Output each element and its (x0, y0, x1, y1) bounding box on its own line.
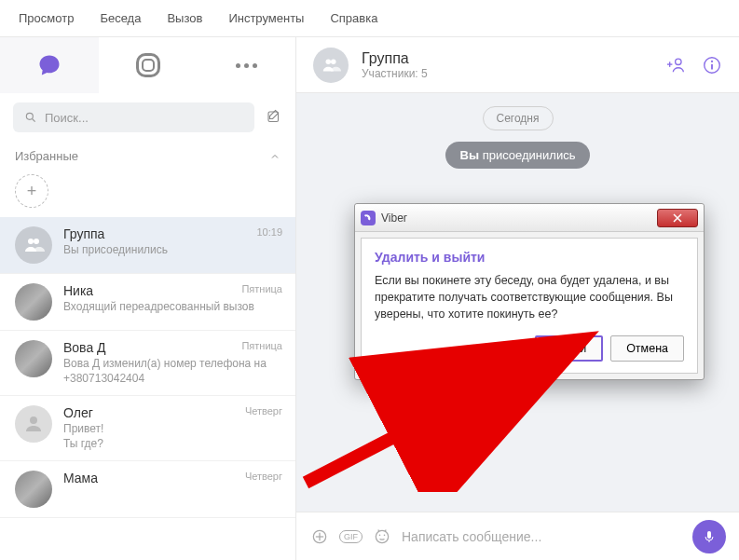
close-icon (673, 213, 682, 223)
viber-app-icon (361, 211, 376, 225)
tab-chats[interactable] (0, 37, 99, 93)
avatar (15, 340, 52, 377)
dialog-titlebar: Viber (355, 204, 704, 232)
dialog-heading: Удалить и выйти (375, 250, 684, 265)
info-icon[interactable] (702, 55, 722, 75)
svg-point-3 (28, 239, 34, 244)
chat-bubble-icon (36, 52, 62, 78)
svg-point-19 (384, 534, 386, 536)
menu-tools[interactable]: Инструменты (228, 11, 304, 25)
chat-time: Пятница (241, 340, 282, 351)
more-icon (236, 63, 257, 68)
svg-line-1 (33, 119, 35, 122)
tab-more[interactable] (197, 37, 295, 93)
avatar (15, 283, 52, 321)
svg-point-5 (30, 417, 37, 424)
chat-item[interactable]: Ника Входящий переадресованный вызов Пят… (0, 274, 295, 331)
chat-time: Четверг (245, 405, 282, 417)
search-icon (24, 111, 37, 124)
conversation-subtitle: Участники: 5 (362, 67, 653, 80)
menu-help[interactable]: Справка (330, 11, 377, 25)
gif-icon[interactable]: GIF (339, 530, 363, 543)
chat-time: Пятница (241, 283, 282, 294)
chat-preview: Привет! Ты где? (63, 422, 281, 451)
svg-point-0 (26, 113, 33, 119)
menu-conversation[interactable]: Беседа (100, 11, 141, 25)
svg-point-13 (711, 60, 713, 61)
sidebar: Поиск... Избранные + Группа Вы присоедин… (0, 37, 296, 560)
chat-name: Группа (63, 226, 281, 241)
svg-point-4 (34, 239, 39, 244)
dialog-text: Если вы покинете эту беседу, она будет у… (375, 272, 684, 322)
attach-icon[interactable] (309, 526, 330, 547)
menu-view[interactable]: Просмотр (19, 11, 74, 25)
sticker-icon[interactable] (372, 526, 392, 547)
compose-icon[interactable] (266, 109, 282, 126)
chat-preview: Вова Д изменил(а) номер телефона на +380… (63, 357, 281, 386)
mic-icon (702, 529, 717, 544)
joined-label: Вы присоединились (445, 142, 591, 169)
chat-item-group[interactable]: Группа Вы присоединились 10:19 (0, 217, 295, 274)
message-input[interactable]: Написать сообщение... (402, 529, 683, 544)
chat-time: 10:19 (256, 226, 282, 238)
dialog-cancel-button[interactable]: Отмена (610, 335, 684, 362)
chat-preview: Входящий переадресованный вызов (63, 300, 281, 315)
add-favorite-button[interactable]: + (15, 174, 48, 208)
svg-point-17 (376, 530, 388, 542)
chat-item[interactable]: Вова Д Вова Д изменил(а) номер телефона … (0, 331, 295, 396)
confirm-dialog: Viber Удалить и выйти Если вы покинете э… (354, 203, 705, 380)
public-icon (136, 53, 160, 77)
chat-preview: Вы присоединились (63, 243, 281, 258)
conversation-title: Группа (362, 50, 653, 67)
dialog-exit-button[interactable]: Выйти (535, 335, 603, 362)
svg-rect-20 (707, 531, 711, 539)
dialog-close-button[interactable] (657, 209, 698, 227)
avatar (15, 405, 52, 443)
svg-point-7 (331, 59, 336, 64)
mic-button[interactable] (692, 520, 726, 553)
dialog-app-name: Viber (381, 212, 651, 225)
conversation-header: Группа Участники: 5 (296, 37, 739, 93)
menu-call[interactable]: Вызов (167, 11, 202, 25)
chat-time: Четверг (245, 471, 282, 482)
avatar (15, 226, 52, 264)
svg-point-8 (676, 59, 681, 64)
add-member-icon[interactable] (666, 55, 687, 75)
chat-list: Группа Вы присоединились 10:19 Ника Вход… (0, 217, 295, 560)
svg-point-6 (326, 59, 332, 64)
chevron-up-icon (269, 151, 281, 162)
message-input-bar: GIF Написать сообщение... (296, 512, 739, 560)
date-label: Сегодня (483, 106, 554, 130)
group-avatar (313, 48, 349, 83)
chat-item[interactable]: Мама Четверг (0, 461, 295, 518)
search-input[interactable]: Поиск... (13, 102, 254, 132)
svg-point-18 (379, 534, 381, 536)
chat-item[interactable]: Олег Привет! Ты где? Четверг (0, 396, 295, 461)
tab-public[interactable] (99, 37, 198, 93)
avatar (15, 471, 52, 508)
favorites-header[interactable]: Избранные (0, 142, 295, 171)
menubar: Просмотр Беседа Вызов Инструменты Справк… (0, 0, 739, 37)
